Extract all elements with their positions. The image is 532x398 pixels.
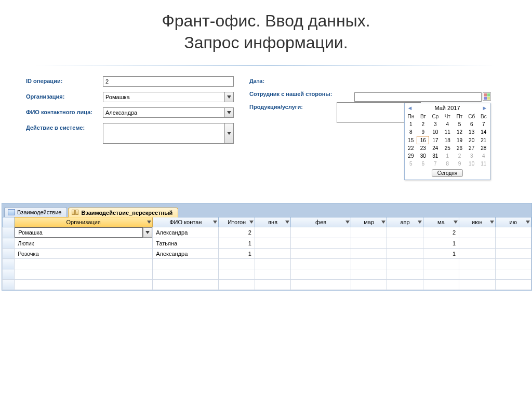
calendar-day[interactable]: 24 xyxy=(429,144,442,153)
calendar-day[interactable]: 7 xyxy=(477,120,489,128)
column-header[interactable]: Организация xyxy=(15,217,153,227)
calendar-day[interactable]: 8 xyxy=(405,128,417,136)
calendar-day[interactable]: 7 xyxy=(429,160,442,168)
column-header[interactable]: ию xyxy=(495,217,531,227)
cell-jun[interactable] xyxy=(459,249,495,259)
empty-cell[interactable] xyxy=(255,269,290,280)
column-dropdown-icon[interactable] xyxy=(526,221,530,224)
cell-apr[interactable] xyxy=(387,249,423,259)
calendar-day[interactable]: 16 xyxy=(417,136,429,144)
input-contact-fio[interactable] xyxy=(103,107,224,118)
cell-jul[interactable] xyxy=(495,238,531,249)
empty-cell[interactable] xyxy=(153,259,219,269)
cell-total[interactable]: 2 xyxy=(219,227,255,238)
column-header[interactable] xyxy=(3,217,15,227)
calendar-day[interactable]: 21 xyxy=(477,136,489,144)
cell-jul[interactable] xyxy=(495,249,531,259)
empty-cell[interactable] xyxy=(219,259,255,269)
empty-cell[interactable] xyxy=(291,259,351,269)
calendar-day[interactable]: 18 xyxy=(442,136,454,144)
empty-cell[interactable] xyxy=(219,269,255,280)
column-dropdown-icon[interactable] xyxy=(249,221,254,224)
calendar-picker-icon[interactable] xyxy=(483,92,491,101)
column-dropdown-icon[interactable] xyxy=(381,221,385,224)
empty-cell[interactable] xyxy=(153,269,219,280)
dropdown-organization[interactable] xyxy=(224,92,234,102)
calendar-day[interactable]: 10 xyxy=(429,128,442,136)
column-dropdown-icon[interactable] xyxy=(147,221,151,224)
calendar-day[interactable]: 6 xyxy=(417,160,429,168)
cell-jan[interactable] xyxy=(255,227,290,238)
dropdown-system-action[interactable] xyxy=(224,123,234,144)
calendar-day[interactable]: 17 xyxy=(429,136,442,144)
column-dropdown-icon[interactable] xyxy=(454,221,458,224)
cell-mar[interactable] xyxy=(351,238,387,249)
cell-jan[interactable] xyxy=(255,249,290,259)
empty-cell[interactable] xyxy=(495,259,531,269)
cell-jul[interactable] xyxy=(495,227,531,238)
calendar-day[interactable]: 26 xyxy=(454,144,466,153)
calendar-day[interactable]: 12 xyxy=(454,128,466,136)
calendar-day[interactable]: 2 xyxy=(417,120,429,128)
empty-cell[interactable] xyxy=(3,259,15,269)
column-header[interactable]: ФИО контан xyxy=(153,217,219,227)
calendar-day[interactable]: 8 xyxy=(442,160,454,168)
empty-cell[interactable] xyxy=(255,280,290,290)
cell-fio[interactable]: Татьяна xyxy=(153,238,219,249)
calendar-day[interactable]: 25 xyxy=(442,144,454,153)
calendar-day[interactable]: 20 xyxy=(466,136,477,144)
calendar-day[interactable]: 15 xyxy=(405,136,417,144)
empty-cell[interactable] xyxy=(3,280,15,290)
calendar-day[interactable]: 30 xyxy=(417,152,429,160)
column-dropdown-icon[interactable] xyxy=(418,221,422,224)
calendar-day[interactable]: 4 xyxy=(442,120,454,128)
cell-fio[interactable]: Александра xyxy=(153,227,219,238)
calendar-day[interactable]: 1 xyxy=(442,152,454,160)
empty-cell[interactable] xyxy=(291,269,351,280)
row-selector[interactable] xyxy=(3,249,15,259)
empty-cell[interactable] xyxy=(351,280,387,290)
empty-cell[interactable] xyxy=(291,280,351,290)
cell-may[interactable]: 2 xyxy=(423,227,459,238)
column-header[interactable]: янв xyxy=(255,217,290,227)
empty-cell[interactable] xyxy=(423,259,459,269)
calendar-day[interactable]: 27 xyxy=(466,144,477,153)
empty-cell[interactable] xyxy=(255,259,290,269)
empty-cell[interactable] xyxy=(15,280,153,290)
calendar-day[interactable]: 9 xyxy=(417,128,429,136)
cell-organization[interactable]: Лютик xyxy=(15,238,153,249)
calendar-day[interactable]: 14 xyxy=(477,128,489,136)
calendar-day[interactable]: 1 xyxy=(405,120,417,128)
column-header[interactable]: мар xyxy=(351,217,387,227)
empty-cell[interactable] xyxy=(387,259,423,269)
calendar-day[interactable]: 11 xyxy=(477,160,489,168)
cell-total[interactable]: 1 xyxy=(219,249,255,259)
empty-cell[interactable] xyxy=(423,280,459,290)
calendar-day[interactable]: 10 xyxy=(466,160,477,168)
empty-cell[interactable] xyxy=(219,280,255,290)
empty-cell[interactable] xyxy=(15,269,153,280)
empty-cell[interactable] xyxy=(3,269,15,280)
cell-organization[interactable]: Розочка xyxy=(15,249,153,259)
calendar-day[interactable]: 28 xyxy=(477,144,489,153)
cell-jan[interactable] xyxy=(255,238,290,249)
calendar-day[interactable]: 3 xyxy=(466,152,477,160)
calendar-day[interactable]: 6 xyxy=(466,120,477,128)
cell-may[interactable]: 1 xyxy=(423,249,459,259)
column-dropdown-icon[interactable] xyxy=(345,221,350,224)
cell-organization[interactable]: Ромашка xyxy=(15,227,153,238)
column-dropdown-icon[interactable] xyxy=(213,221,217,224)
calendar-day[interactable]: 13 xyxy=(466,128,477,136)
calendar-day[interactable]: 11 xyxy=(442,128,454,136)
calendar-day[interactable]: 23 xyxy=(417,144,429,153)
cell-apr[interactable] xyxy=(387,238,423,249)
empty-cell[interactable] xyxy=(495,280,531,290)
calendar-day[interactable]: 5 xyxy=(405,160,417,168)
calendar-day[interactable]: 22 xyxy=(405,144,417,153)
calendar-next-icon[interactable]: ► xyxy=(482,105,488,111)
input-system-action[interactable] xyxy=(103,123,224,144)
cell-fio[interactable]: Александра xyxy=(153,249,219,259)
calendar-day[interactable]: 2 xyxy=(454,152,466,160)
cell-feb[interactable] xyxy=(291,249,351,259)
input-organization[interactable] xyxy=(103,92,224,102)
